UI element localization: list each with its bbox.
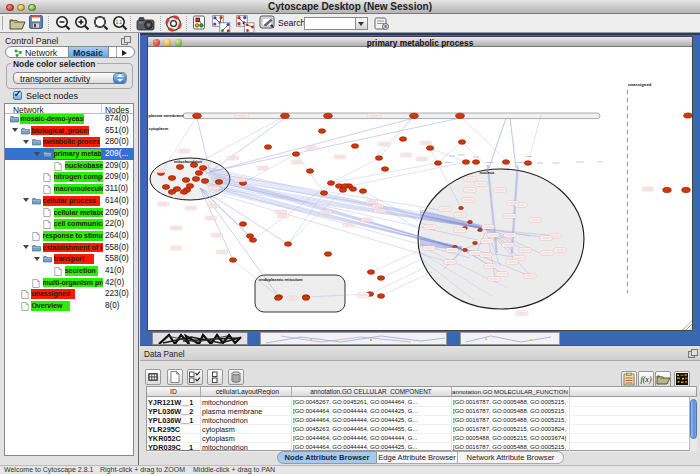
svg-text:mitochondrion: mitochondrion	[174, 159, 203, 164]
svg-text:endoplasmic reticulum: endoplasmic reticulum	[259, 277, 303, 282]
svg-text:f(x): f(x)	[640, 375, 651, 384]
svg-text:1:1: 1:1	[116, 20, 123, 25]
svg-text:unassigned: unassigned	[628, 82, 652, 87]
svg-text:plasma membrane: plasma membrane	[149, 113, 185, 118]
svg-text:cytoplasm: cytoplasm	[149, 126, 169, 131]
svg-text:nucleus: nucleus	[479, 170, 495, 175]
